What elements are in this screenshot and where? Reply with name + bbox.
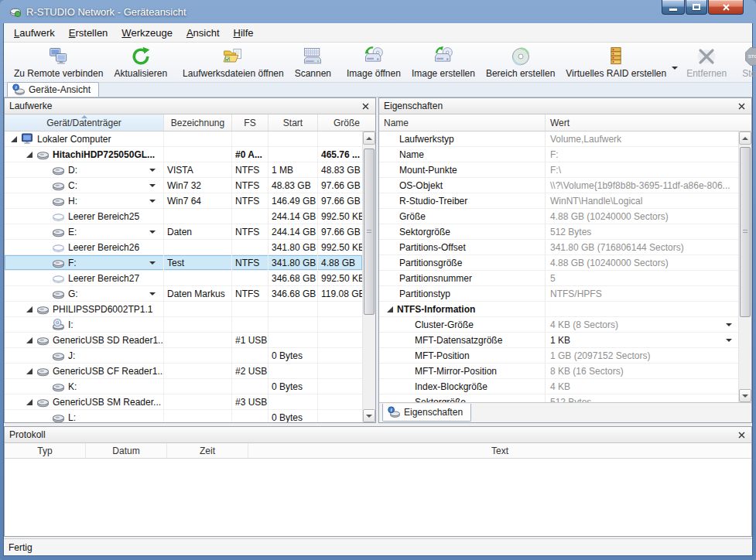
tree-row-philipsspd6002tp1-1[interactable]: PHILIPSSPD6002TP1.1 bbox=[5, 302, 362, 317]
column-wert[interactable]: Wert bbox=[546, 114, 751, 131]
tree-row-e[interactable]: E:DatenNTFS244.14 GB97.66 GB bbox=[5, 224, 362, 240]
toolbar-image-erstellen[interactable]: Image erstellen bbox=[406, 43, 481, 81]
log-panel-close-button[interactable] bbox=[736, 429, 747, 440]
tree-row-lokaler-computer[interactable]: Lokaler Computer bbox=[5, 131, 362, 147]
tree-row-leerer-bereich25[interactable]: Leerer Bereich25244.14 GB992.50 KB bbox=[5, 209, 362, 224]
image-open-icon bbox=[363, 45, 385, 68]
menu-laufwerk[interactable]: Laufwerk bbox=[7, 25, 62, 41]
properties-panel-close-button[interactable] bbox=[736, 101, 747, 111]
titlebar[interactable]: R-STUDIO Network - Geräteansicht bbox=[3, 0, 753, 23]
property-row-mft-position[interactable]: MFT-Position1 GB (2097152 Sectors) bbox=[379, 348, 738, 364]
property-row-cluster-gr-e[interactable]: Cluster-Größe4 KB (8 Sectors) bbox=[379, 317, 738, 333]
dropdown-arrow-icon[interactable] bbox=[149, 200, 156, 203]
column-ger-t-datentr-ger[interactable]: Gerät/Datenträger bbox=[5, 114, 164, 131]
tree-row-genericusb-cf-reader1[interactable]: GenericUSB CF Reader1...#2 USB bbox=[5, 364, 362, 379]
tree-row-h[interactable]: H:Win7 64NTFS146.49 GB97.66 GB bbox=[5, 193, 362, 209]
property-row-laufwerkstyp[interactable]: LaufwerkstypVolume,Laufwerk bbox=[379, 131, 738, 147]
toolbar-laufwerksdateien-ffnen[interactable]: Laufwerksdateien öffnen bbox=[177, 43, 289, 81]
app-window: R-STUDIO Network - Geräteansicht Laufwer… bbox=[0, 0, 756, 560]
tree-row-c[interactable]: C:Win7 32NTFS48.83 GB97.66 GB bbox=[5, 178, 362, 193]
toolbar-virtuelles-raid-erstellen[interactable]: Virtuelles RAID erstellen bbox=[560, 43, 672, 81]
column-text[interactable]: Text bbox=[248, 443, 751, 458]
expander-icon[interactable] bbox=[26, 368, 32, 374]
tree-row-leerer-bereich27[interactable]: Leerer Bereich27346.68 GB992.50 KB bbox=[5, 271, 362, 286]
column-zeit[interactable]: Zeit bbox=[167, 443, 248, 458]
dropdown-arrow-icon[interactable] bbox=[149, 184, 156, 187]
dropdown-arrow-icon[interactable] bbox=[149, 169, 156, 172]
disk-icon bbox=[52, 256, 65, 269]
toolbar-scannen[interactable]: Scannen bbox=[289, 43, 337, 81]
column-gr-e[interactable]: Größe bbox=[318, 114, 375, 131]
toolbar-bereich-erstellen[interactable]: Bereich erstellen bbox=[481, 43, 560, 81]
property-row-index-blockgr-e[interactable]: Index-Blockgröße4 KB bbox=[379, 379, 738, 394]
tree-row-hitachihdp725050gl[interactable]: HitachiHDP725050GL...#0 A...465.76 ... bbox=[5, 147, 362, 162]
properties-vertical-scrollbar[interactable] bbox=[738, 131, 751, 402]
column-name[interactable]: Name bbox=[379, 114, 546, 131]
property-row-os-objekt[interactable]: OS-Objekt\\?\Volume{1b9f8b8b-3695-11df-a… bbox=[379, 178, 738, 193]
scroll-down-button[interactable] bbox=[363, 409, 375, 422]
drives-panel-close-button[interactable] bbox=[360, 101, 371, 111]
tree-row-genericusb-sd-reader1[interactable]: GenericUSB SD Reader1...#1 USB bbox=[5, 333, 362, 348]
property-row-partitions-offset[interactable]: Partitions-Offset341.80 GB (716806144 Se… bbox=[379, 240, 738, 255]
property-row-name[interactable]: NameF: bbox=[379, 147, 738, 162]
expander-icon[interactable] bbox=[11, 136, 17, 142]
dropdown-arrow-icon[interactable] bbox=[672, 67, 678, 70]
tree-row-f[interactable]: F:TestNTFS341.80 GB4.88 GB bbox=[5, 255, 362, 271]
property-row-mft-datensatzgr-e[interactable]: MFT-Datensatzgröße1 KB bbox=[379, 333, 738, 348]
tree-row-g[interactable]: G:Daten MarkusNTFS346.68 GB119.08 GB bbox=[5, 286, 362, 302]
toolbar-image-ffnen[interactable]: Image öffnen bbox=[341, 43, 406, 81]
expander-icon[interactable] bbox=[26, 337, 32, 343]
property-row-gr-e[interactable]: Größe4.88 GB (10240000 Sectors) bbox=[379, 209, 738, 224]
property-row-sektorgr-e[interactable]: Sektorgröße512 Bytes bbox=[379, 224, 738, 240]
property-row-partitionsnummer[interactable]: Partitionsnummer5 bbox=[379, 271, 738, 286]
menu-werkzeuge[interactable]: Werkzeuge bbox=[115, 25, 180, 41]
dropdown-arrow-icon[interactable] bbox=[149, 292, 156, 295]
arrow-up-icon bbox=[366, 137, 372, 140]
groesse-cell: 119.08 GB bbox=[318, 286, 362, 301]
tree-row-l[interactable]: L:0 Bytes bbox=[5, 410, 362, 422]
disk-icon bbox=[52, 380, 65, 393]
tree-row-d[interactable]: D:VISTANTFS1 MB48.83 GB bbox=[5, 162, 362, 178]
expander-icon[interactable] bbox=[26, 399, 32, 405]
property-row-partitionstyp[interactable]: PartitionstypNTFS/HPFS bbox=[379, 286, 738, 302]
tree-row-j[interactable]: J:0 Bytes bbox=[5, 348, 362, 364]
toolbar-aktualisieren[interactable]: Aktualisieren bbox=[108, 43, 173, 81]
dropdown-arrow-icon[interactable] bbox=[726, 339, 732, 342]
dropdown-arrow-icon[interactable] bbox=[726, 323, 732, 326]
scroll-thumb[interactable] bbox=[740, 147, 751, 317]
column-typ[interactable]: Typ bbox=[5, 443, 86, 458]
property-row-sektorgr-e[interactable]: Sektorgröße512 Bytes bbox=[379, 394, 738, 402]
tree-row-leerer-bereich26[interactable]: Leerer Bereich26341.80 GB992.50 KB bbox=[5, 240, 362, 255]
menu-erstellen[interactable]: Erstellen bbox=[62, 25, 115, 41]
expander-icon[interactable] bbox=[387, 306, 393, 312]
scroll-up-button[interactable] bbox=[363, 131, 375, 145]
column-start[interactable]: Start bbox=[269, 114, 318, 131]
property-row-r-studio-treiber[interactable]: R-Studio-TreiberWinNT\Handle\Logical bbox=[379, 193, 738, 209]
property-row-mount-punkte[interactable]: Mount-PunkteF:\ bbox=[379, 162, 738, 178]
property-row-ntfs-information[interactable]: NTFS-Information bbox=[379, 302, 738, 317]
toolbar-zu-remote-verbinden[interactable]: Zu Remote verbinden bbox=[9, 43, 108, 81]
expander-icon[interactable] bbox=[26, 152, 32, 158]
column-fs[interactable]: FS bbox=[232, 114, 269, 131]
dropdown-arrow-icon[interactable] bbox=[149, 261, 156, 265]
scroll-thumb[interactable] bbox=[364, 149, 375, 315]
tree-row-k[interactable]: K:0 Bytes bbox=[5, 379, 362, 394]
close-button[interactable] bbox=[708, 0, 744, 15]
property-row-mft-mirror-position[interactable]: MFT-Mirror-Position8 KB (16 Sectors) bbox=[379, 364, 738, 379]
drives-vertical-scrollbar[interactable] bbox=[362, 131, 375, 422]
menu-ansicht[interactable]: Ansicht bbox=[180, 25, 227, 41]
tab-eigenschaften[interactable]: i Eigenschaften bbox=[382, 404, 471, 422]
dropdown-arrow-icon[interactable] bbox=[149, 230, 156, 234]
menu-hilfe[interactable]: Hilfe bbox=[227, 25, 261, 41]
minimize-button[interactable] bbox=[662, 0, 685, 15]
scroll-up-button[interactable] bbox=[739, 131, 751, 145]
maximize-button[interactable] bbox=[686, 0, 707, 15]
property-row-partitionsgr-e[interactable]: Partitionsgröße4.88 GB (10240000 Sectors… bbox=[379, 255, 738, 271]
column-bezeichnung[interactable]: Bezeichnung bbox=[164, 114, 232, 131]
tab-device-view[interactable]: i Geräte-Ansicht bbox=[7, 82, 99, 97]
column-datum[interactable]: Datum bbox=[86, 443, 167, 458]
tree-row-genericusb-sm-reader[interactable]: GenericUSB SM Reader...#3 USB bbox=[5, 394, 362, 410]
scroll-down-button[interactable] bbox=[739, 389, 751, 402]
tree-row-i[interactable]: I: bbox=[5, 317, 362, 333]
expander-icon[interactable] bbox=[26, 306, 32, 312]
